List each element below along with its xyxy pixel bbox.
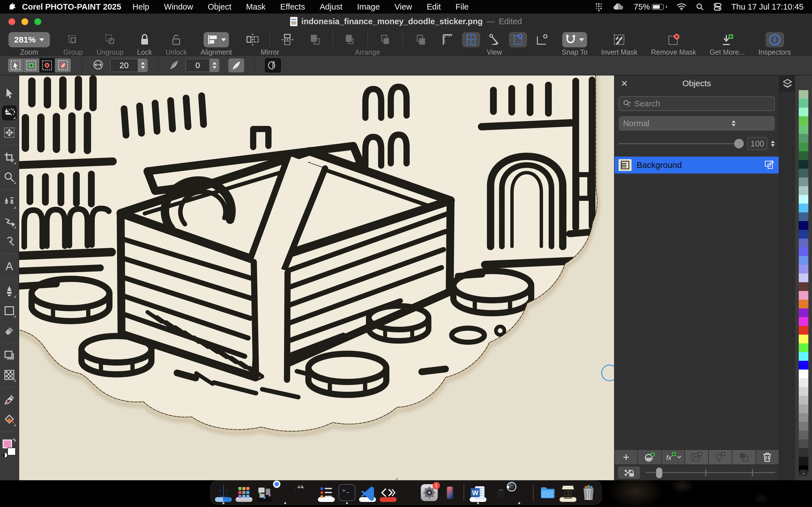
- remove-mask-button[interactable]: [666, 33, 680, 47]
- palette-swatch[interactable]: [799, 300, 808, 308]
- palette-swatch[interactable]: [799, 90, 808, 99]
- dock-launchpad-icon[interactable]: [236, 484, 253, 501]
- eyedropper-tool[interactable]: [2, 392, 17, 407]
- dock-word-icon[interactable]: W: [470, 484, 487, 501]
- new-lens-button[interactable]: [638, 450, 661, 464]
- palette-swatch[interactable]: [799, 457, 808, 466]
- feather-apply-button[interactable]: [229, 58, 244, 72]
- dock-reminders-icon[interactable]: [318, 484, 335, 501]
- alignment-button[interactable]: [204, 32, 229, 47]
- zoom-tool[interactable]: [2, 170, 17, 184]
- objects-inspector-tab[interactable]: [779, 75, 796, 92]
- palette-swatch[interactable]: [799, 274, 808, 282]
- battery-indicator[interactable]: 75%: [634, 2, 667, 11]
- palette-swatch[interactable]: [799, 317, 808, 326]
- cloud-drive-icon[interactable]: [613, 3, 624, 11]
- control-center-icon[interactable]: [713, 3, 722, 11]
- dock-trash-icon[interactable]: [580, 484, 597, 501]
- palette-swatch[interactable]: [799, 221, 808, 230]
- menu-app-name[interactable]: Corel PHOTO-PAINT 2025: [22, 2, 121, 11]
- mask-mode-subtractive-button[interactable]: [40, 58, 55, 72]
- palette-swatch[interactable]: [799, 143, 808, 151]
- add-mask-button[interactable]: [709, 450, 732, 464]
- slope-tool-icon[interactable]: [488, 33, 502, 47]
- palette-swatch[interactable]: [799, 160, 808, 169]
- clone-tool[interactable]: [2, 194, 17, 209]
- palette-swatch[interactable]: [799, 396, 808, 404]
- mask-transform-tool[interactable]: [2, 125, 17, 140]
- palette-swatch[interactable]: [799, 195, 808, 204]
- mask-mode-additive-button[interactable]: [24, 58, 40, 72]
- palette-swatch[interactable]: [799, 343, 808, 352]
- palette-swatch[interactable]: [799, 134, 808, 143]
- palette-swatch[interactable]: [799, 212, 808, 221]
- add-clip-mask-button[interactable]: [685, 450, 709, 464]
- palette-swatch[interactable]: [799, 238, 808, 247]
- palette-swatch[interactable]: [799, 370, 808, 378]
- menu-item[interactable]: File: [448, 2, 476, 11]
- tolerance-spinner[interactable]: 20: [110, 59, 148, 72]
- smart-selection-tool[interactable]: [2, 106, 17, 120]
- opacity-stepper[interactable]: [771, 140, 775, 147]
- palette-swatch[interactable]: [799, 326, 808, 335]
- dock-planet-app-icon[interactable]: [400, 484, 417, 501]
- text-tool[interactable]: A: [2, 259, 17, 274]
- feather-spinner[interactable]: 0: [186, 59, 219, 72]
- palette-swatch[interactable]: [799, 404, 808, 413]
- group-button[interactable]: [66, 33, 80, 47]
- paint-tool[interactable]: [2, 284, 17, 298]
- ungroup-button[interactable]: [103, 33, 117, 47]
- keypad-icon[interactable]: [594, 2, 603, 11]
- get-more-button[interactable]: [720, 33, 734, 47]
- palette-swatch[interactable]: [799, 308, 808, 317]
- feather-stepper[interactable]: [210, 59, 219, 72]
- to-front-button[interactable]: [308, 33, 322, 47]
- to-back-button[interactable]: [413, 33, 427, 47]
- palette-swatch[interactable]: [799, 108, 808, 116]
- palette-swatch[interactable]: [799, 116, 808, 125]
- show-mask-marquee-button[interactable]: [509, 32, 527, 47]
- dock-corel-photo-paint-icon[interactable]: [511, 484, 528, 501]
- dock-file-stack-icon[interactable]: [560, 484, 576, 501]
- wifi-icon[interactable]: [677, 3, 686, 10]
- mirror-horizontal-button[interactable]: [246, 33, 260, 47]
- back-one-button[interactable]: [378, 33, 392, 47]
- palette-swatch[interactable]: [799, 431, 808, 439]
- thumbnail-size-slider[interactable]: [646, 472, 775, 473]
- shape-tool[interactable]: [2, 214, 17, 229]
- transparency-tool[interactable]: [2, 368, 17, 382]
- menu-item[interactable]: Window: [157, 2, 200, 11]
- snap-to-button[interactable]: [562, 32, 587, 47]
- dock-terminal-icon[interactable]: ＞_: [339, 484, 356, 501]
- smear-tool[interactable]: [2, 234, 17, 249]
- lock-button[interactable]: [138, 33, 152, 47]
- palette-more-button[interactable]: ⌄: [799, 469, 808, 476]
- menu-item[interactable]: Mask: [239, 2, 273, 11]
- apple-menu-icon[interactable]: [8, 3, 16, 11]
- palette-swatch[interactable]: [799, 186, 808, 195]
- delete-object-button[interactable]: [756, 450, 779, 464]
- antialias-toggle[interactable]: [265, 58, 281, 72]
- rectangle-tool[interactable]: [2, 303, 17, 318]
- dock-photo-viewer-icon[interactable]: [490, 484, 507, 501]
- menu-item[interactable]: Edit: [419, 2, 448, 11]
- palette-swatch[interactable]: [799, 335, 808, 343]
- opacity-slider[interactable]: [619, 143, 744, 144]
- combine-objects-button[interactable]: [732, 450, 756, 464]
- add-effect-button[interactable]: fx: [662, 450, 685, 464]
- mask-mode-overlap-button[interactable]: [55, 58, 71, 72]
- crop-tool[interactable]: [2, 150, 17, 165]
- menu-item[interactable]: Image: [350, 2, 388, 11]
- palette-swatch[interactable]: [799, 247, 808, 256]
- palette-swatch[interactable]: [799, 282, 808, 291]
- menu-item[interactable]: Effects: [273, 2, 312, 11]
- canvas[interactable]: [19, 75, 614, 480]
- blend-mode-dropdown[interactable]: Normal: [619, 116, 775, 131]
- zoom-level-dropdown[interactable]: 281%: [8, 32, 50, 47]
- tolerance-stepper[interactable]: [138, 59, 148, 72]
- close-panel-icon[interactable]: ✕: [621, 78, 628, 89]
- mirror-vertical-button[interactable]: [281, 33, 295, 47]
- dock-calendar-icon[interactable]: JUL 17: [297, 484, 314, 501]
- lock-transparency-button[interactable]: [618, 466, 640, 479]
- mask-mode-normal-button[interactable]: [8, 58, 24, 72]
